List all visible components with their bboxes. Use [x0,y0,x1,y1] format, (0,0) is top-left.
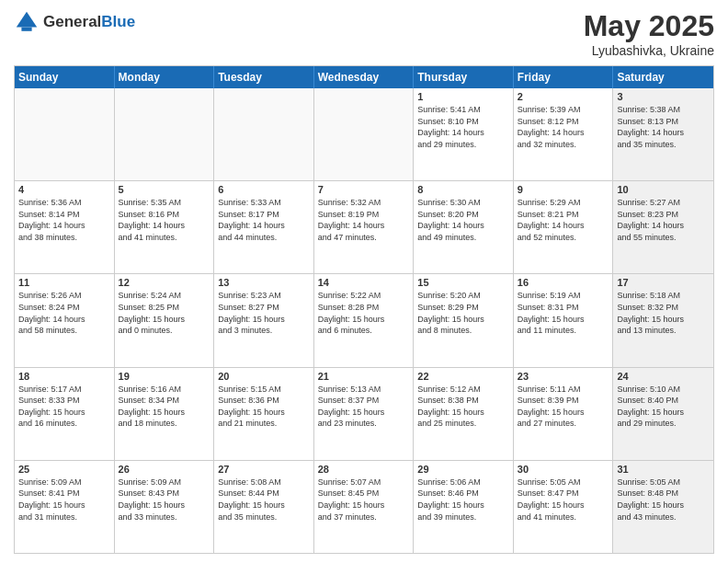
day-number: 24 [617,371,710,382]
cell-text: Sunrise: 5:11 AM Sunset: 8:39 PM Dayligh… [518,384,609,430]
cell-text: Sunrise: 5:32 AM Sunset: 8:19 PM Dayligh… [318,197,410,243]
cell-text: Sunrise: 5:09 AM Sunset: 8:41 PM Dayligh… [18,477,110,523]
page: GeneralBlue May 2025 Lyubashivka, Ukrain… [0,0,728,563]
logo: GeneralBlue [14,9,135,35]
cal-cell: 17Sunrise: 5:18 AM Sunset: 8:32 PM Dayli… [613,274,713,366]
cal-cell: 24Sunrise: 5:10 AM Sunset: 8:40 PM Dayli… [613,368,713,460]
header-day-saturday: Saturday [613,66,713,88]
cal-cell: 16Sunrise: 5:19 AM Sunset: 8:31 PM Dayli… [514,274,614,366]
cal-cell: 11Sunrise: 5:26 AM Sunset: 8:24 PM Dayli… [15,274,115,366]
day-number: 14 [318,277,410,288]
cell-text: Sunrise: 5:05 AM Sunset: 8:48 PM Dayligh… [617,477,710,523]
cal-cell: 4Sunrise: 5:36 AM Sunset: 8:14 PM Daylig… [15,181,115,273]
cal-cell [214,88,314,180]
cal-cell: 2Sunrise: 5:39 AM Sunset: 8:12 PM Daylig… [514,88,614,180]
cal-cell: 31Sunrise: 5:05 AM Sunset: 8:48 PM Dayli… [613,461,713,553]
location: Lyubashivka, Ukraine [584,43,714,58]
cell-text: Sunrise: 5:16 AM Sunset: 8:34 PM Dayligh… [119,384,210,430]
cell-text: Sunrise: 5:30 AM Sunset: 8:20 PM Dayligh… [417,197,509,243]
cell-text: Sunrise: 5:05 AM Sunset: 8:47 PM Dayligh… [518,477,609,523]
day-number: 23 [518,371,609,382]
month-title: May 2025 [584,9,714,43]
cell-text: Sunrise: 5:07 AM Sunset: 8:45 PM Dayligh… [318,477,410,523]
cell-text: Sunrise: 5:13 AM Sunset: 8:37 PM Dayligh… [318,384,410,430]
header-day-thursday: Thursday [414,66,514,88]
day-number: 10 [617,184,710,195]
cal-cell: 18Sunrise: 5:17 AM Sunset: 8:33 PM Dayli… [15,368,115,460]
cal-cell: 3Sunrise: 5:38 AM Sunset: 8:13 PM Daylig… [613,88,713,180]
week-row-2: 11Sunrise: 5:26 AM Sunset: 8:24 PM Dayli… [15,274,713,367]
cell-text: Sunrise: 5:41 AM Sunset: 8:10 PM Dayligh… [417,104,509,150]
cell-text: Sunrise: 5:39 AM Sunset: 8:12 PM Dayligh… [518,104,609,150]
cell-text: Sunrise: 5:36 AM Sunset: 8:14 PM Dayligh… [18,197,110,243]
cal-cell [115,88,215,180]
day-number: 4 [18,184,110,195]
day-number: 16 [518,277,609,288]
day-number: 1 [417,91,509,102]
day-number: 29 [417,464,509,475]
cell-text: Sunrise: 5:33 AM Sunset: 8:17 PM Dayligh… [218,197,310,243]
cell-text: Sunrise: 5:06 AM Sunset: 8:46 PM Dayligh… [417,477,509,523]
cal-cell: 30Sunrise: 5:05 AM Sunset: 8:47 PM Dayli… [514,461,614,553]
day-number: 20 [218,371,310,382]
day-number: 13 [218,277,310,288]
day-number: 22 [417,371,509,382]
calendar-header: SundayMondayTuesdayWednesdayThursdayFrid… [15,66,713,88]
logo-general: GeneralBlue [43,13,135,31]
cal-cell: 13Sunrise: 5:23 AM Sunset: 8:27 PM Dayli… [214,274,314,366]
week-row-4: 25Sunrise: 5:09 AM Sunset: 8:41 PM Dayli… [15,461,713,553]
cell-text: Sunrise: 5:18 AM Sunset: 8:32 PM Dayligh… [617,290,710,336]
svg-marker-0 [17,12,37,28]
day-number: 30 [518,464,609,475]
cal-cell: 14Sunrise: 5:22 AM Sunset: 8:28 PM Dayli… [314,274,415,366]
cell-text: Sunrise: 5:08 AM Sunset: 8:44 PM Dayligh… [218,477,310,523]
cell-text: Sunrise: 5:20 AM Sunset: 8:29 PM Dayligh… [417,290,509,336]
header-day-friday: Friday [514,66,614,88]
cal-cell: 26Sunrise: 5:09 AM Sunset: 8:43 PM Dayli… [115,461,215,553]
day-number: 21 [318,371,410,382]
week-row-0: 1Sunrise: 5:41 AM Sunset: 8:10 PM Daylig… [15,88,713,181]
cell-text: Sunrise: 5:29 AM Sunset: 8:21 PM Dayligh… [518,197,609,243]
day-number: 7 [318,184,410,195]
cell-text: Sunrise: 5:23 AM Sunset: 8:27 PM Dayligh… [218,290,310,336]
cell-text: Sunrise: 5:19 AM Sunset: 8:31 PM Dayligh… [518,290,609,336]
day-number: 9 [518,184,609,195]
day-number: 6 [218,184,310,195]
cal-cell: 1Sunrise: 5:41 AM Sunset: 8:10 PM Daylig… [414,88,514,180]
cal-cell: 9Sunrise: 5:29 AM Sunset: 8:21 PM Daylig… [514,181,614,273]
calendar-body: 1Sunrise: 5:41 AM Sunset: 8:10 PM Daylig… [15,88,713,553]
cell-text: Sunrise: 5:09 AM Sunset: 8:43 PM Dayligh… [119,477,210,523]
day-number: 27 [218,464,310,475]
svg-rect-1 [21,28,31,31]
cal-cell: 12Sunrise: 5:24 AM Sunset: 8:25 PM Dayli… [115,274,215,366]
day-number: 12 [119,277,210,288]
day-number: 19 [119,371,210,382]
cal-cell: 8Sunrise: 5:30 AM Sunset: 8:20 PM Daylig… [414,181,514,273]
day-number: 28 [318,464,410,475]
cal-cell: 28Sunrise: 5:07 AM Sunset: 8:45 PM Dayli… [314,461,415,553]
cal-cell: 15Sunrise: 5:20 AM Sunset: 8:29 PM Dayli… [414,274,514,366]
day-number: 3 [617,91,710,102]
header-day-monday: Monday [115,66,215,88]
week-row-3: 18Sunrise: 5:17 AM Sunset: 8:33 PM Dayli… [15,368,713,461]
day-number: 31 [617,464,710,475]
day-number: 26 [119,464,210,475]
day-number: 15 [417,277,509,288]
cal-cell: 21Sunrise: 5:13 AM Sunset: 8:37 PM Dayli… [314,368,415,460]
cal-cell: 27Sunrise: 5:08 AM Sunset: 8:44 PM Dayli… [214,461,314,553]
cell-text: Sunrise: 5:12 AM Sunset: 8:38 PM Dayligh… [417,384,509,430]
day-number: 25 [18,464,110,475]
cell-text: Sunrise: 5:24 AM Sunset: 8:25 PM Dayligh… [119,290,210,336]
cal-cell: 19Sunrise: 5:16 AM Sunset: 8:34 PM Dayli… [115,368,215,460]
cal-cell [314,88,415,180]
title-area: May 2025 Lyubashivka, Ukraine [584,9,714,58]
cal-cell: 29Sunrise: 5:06 AM Sunset: 8:46 PM Dayli… [414,461,514,553]
cal-cell: 20Sunrise: 5:15 AM Sunset: 8:36 PM Dayli… [214,368,314,460]
header-day-tuesday: Tuesday [214,66,314,88]
week-row-1: 4Sunrise: 5:36 AM Sunset: 8:14 PM Daylig… [15,181,713,274]
cell-text: Sunrise: 5:27 AM Sunset: 8:23 PM Dayligh… [617,197,710,243]
cal-cell: 10Sunrise: 5:27 AM Sunset: 8:23 PM Dayli… [613,181,713,273]
header-day-wednesday: Wednesday [314,66,415,88]
cell-text: Sunrise: 5:26 AM Sunset: 8:24 PM Dayligh… [18,290,110,336]
day-number: 5 [119,184,210,195]
